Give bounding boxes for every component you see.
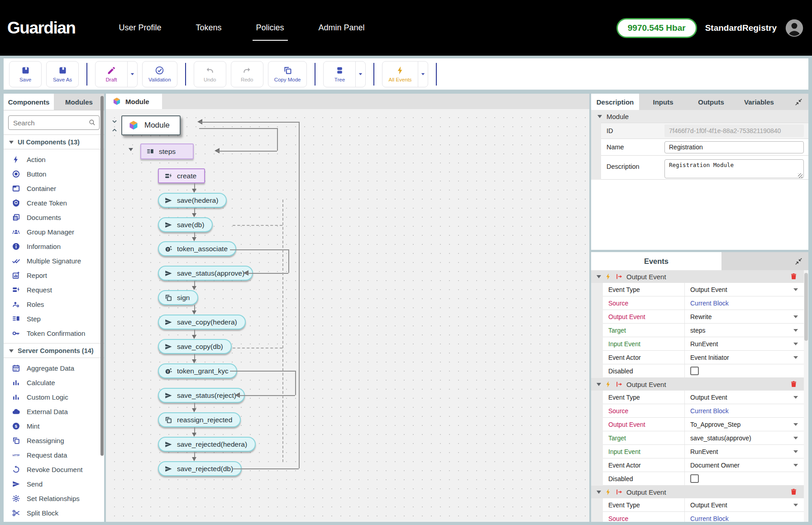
dropdown-caret-icon[interactable]: [793, 396, 798, 401]
event-property-value[interactable]: To_Approve_Step: [685, 421, 804, 428]
collapse-all-icon[interactable]: [110, 118, 119, 125]
sidebar-item[interactable]: $ Mint: [4, 419, 104, 433]
toolbar-button[interactable]: All Events: [382, 61, 428, 87]
sidebar-tab[interactable]: Modules: [54, 94, 104, 110]
dropdown-caret-icon[interactable]: [793, 288, 798, 293]
sidebar-section-header[interactable]: UI Components (13): [4, 134, 104, 149]
sidebar-item[interactable]: Set Relationships: [4, 491, 104, 506]
dropdown-caret-icon[interactable]: [793, 464, 798, 469]
sidebar-item[interactable]: Send: [4, 477, 104, 491]
canvas-grid[interactable]: Module steps create save(hedera): [106, 109, 589, 522]
event-group-header[interactable]: Output Event: [591, 270, 804, 283]
toolbar-dropdown-caret[interactable]: [418, 62, 428, 87]
nav-item[interactable]: Tokens: [178, 0, 239, 56]
event-property-value[interactable]: [685, 474, 804, 483]
canvas-tab-module[interactable]: Module: [106, 94, 162, 109]
sidebar-item[interactable]: Step: [4, 311, 104, 326]
sidebar-item[interactable]: Revoke Document: [4, 462, 104, 477]
dropdown-caret-icon[interactable]: [793, 356, 798, 361]
event-property-value[interactable]: RunEvent: [685, 340, 804, 348]
toolbar-button[interactable]: Copy Mode: [268, 61, 307, 87]
sidebar-item[interactable]: Action: [4, 152, 104, 167]
module-root-block[interactable]: Module: [121, 115, 181, 135]
module-accordion-header[interactable]: Module: [591, 110, 808, 123]
nav-item[interactable]: Policies: [239, 0, 301, 56]
dropdown-caret-icon[interactable]: [793, 423, 798, 428]
dropdown-caret-icon[interactable]: [793, 504, 798, 509]
sidebar-item[interactable]: Group Manager: [4, 224, 104, 239]
policy-block[interactable]: save_rejected(hedera): [158, 437, 256, 452]
dropdown-caret-icon[interactable]: [793, 315, 798, 320]
policy-block[interactable]: save_copy(hedera): [158, 315, 246, 329]
dropdown-caret-icon[interactable]: [793, 450, 798, 455]
event-group-header[interactable]: Output Event: [591, 486, 804, 498]
toolbar-button[interactable]: Save As: [46, 61, 79, 87]
policy-block[interactable]: save_status(approve): [158, 266, 253, 281]
policy-block[interactable]: T token_associate: [158, 241, 236, 256]
dropdown-caret-icon[interactable]: [793, 329, 798, 334]
search-input[interactable]: [8, 115, 100, 130]
toolbar-dropdown-caret[interactable]: [355, 62, 365, 87]
policy-block[interactable]: T token_grant_kyc: [158, 363, 237, 378]
events-scrollbar-thumb[interactable]: [804, 273, 808, 341]
sidebar-scrollbar[interactable]: [100, 96, 104, 456]
sidebar-item[interactable]: Request: [4, 282, 104, 297]
sidebar-item[interactable]: Roles: [4, 297, 104, 311]
inspector-tab[interactable]: Description: [591, 94, 639, 110]
events-tab[interactable]: Events: [591, 252, 721, 270]
collapse-events-button[interactable]: [788, 252, 808, 270]
inspector-tab[interactable]: Variables: [735, 94, 783, 110]
description-textarea[interactable]: Registration Module: [664, 159, 804, 178]
event-property-value[interactable]: Event Initiator: [685, 354, 804, 361]
delete-event-icon[interactable]: [790, 380, 798, 388]
event-property-value[interactable]: Output Event: [685, 501, 804, 509]
nav-item[interactable]: Admin Panel: [301, 0, 382, 56]
policy-block[interactable]: save_rejected(db): [158, 461, 242, 476]
sidebar-item[interactable]: Button: [4, 167, 104, 181]
sidebar-item[interactable]: Create Token: [4, 196, 104, 210]
toolbar-button[interactable]: Draft: [95, 61, 138, 87]
event-property-value[interactable]: Document Owner: [685, 462, 804, 469]
sidebar-item[interactable]: Aggregate Data: [4, 361, 104, 375]
sidebar-item[interactable]: Multiple Signature: [4, 253, 104, 268]
sidebar-section-header[interactable]: Server Components (14): [4, 343, 104, 358]
event-property-value[interactable]: RunEvent: [685, 448, 804, 455]
toolbar-button[interactable]: Redo: [231, 61, 263, 87]
event-property-value[interactable]: Rewrite: [685, 313, 804, 320]
event-property-value[interactable]: Output Event: [685, 286, 804, 293]
sidebar-item[interactable]: Token Confirmation: [4, 326, 104, 340]
sidebar-item[interactable]: HTTP Request data: [4, 448, 104, 462]
event-property-value[interactable]: Current Block: [685, 515, 804, 522]
expand-all-icon[interactable]: [110, 126, 119, 134]
sidebar-item[interactable]: Documents: [4, 210, 104, 224]
toolbar-dropdown-caret[interactable]: [127, 62, 137, 87]
delete-event-icon[interactable]: [790, 488, 798, 496]
event-property-value[interactable]: steps: [685, 327, 804, 334]
sidebar-item[interactable]: Custom Logic: [4, 390, 104, 404]
steps-expander-icon[interactable]: [129, 148, 133, 153]
dropdown-caret-icon[interactable]: [793, 437, 798, 442]
event-property-value[interactable]: [685, 367, 804, 375]
collapse-panel-button[interactable]: [788, 94, 808, 110]
disabled-checkbox[interactable]: [690, 367, 699, 375]
sidebar-item[interactable]: Information: [4, 239, 104, 253]
name-input[interactable]: [664, 141, 804, 153]
sidebar-item[interactable]: Calculate: [4, 375, 104, 390]
nav-item[interactable]: User Profile: [101, 0, 178, 56]
toolbar-button[interactable]: Undo: [194, 61, 226, 87]
steps-block[interactable]: steps: [140, 143, 194, 159]
inspector-tab[interactable]: Inputs: [639, 94, 687, 110]
sidebar-item[interactable]: Reassigning: [4, 433, 104, 448]
sidebar-tab[interactable]: Components: [4, 94, 54, 110]
sidebar-item[interactable]: Report: [4, 268, 104, 282]
delete-event-icon[interactable]: [790, 272, 798, 280]
toolbar-button[interactable]: Tree: [323, 61, 366, 87]
toolbar-button[interactable]: Validation: [142, 61, 177, 87]
sidebar-item[interactable]: Container: [4, 181, 104, 196]
event-property-value[interactable]: Output Event: [685, 394, 804, 401]
sidebar-item[interactable]: External Data: [4, 404, 104, 419]
policy-block[interactable]: save(db): [158, 217, 213, 232]
avatar-icon[interactable]: [785, 19, 804, 38]
events-scrollbar[interactable]: [804, 270, 808, 522]
policy-block[interactable]: create: [158, 168, 205, 183]
